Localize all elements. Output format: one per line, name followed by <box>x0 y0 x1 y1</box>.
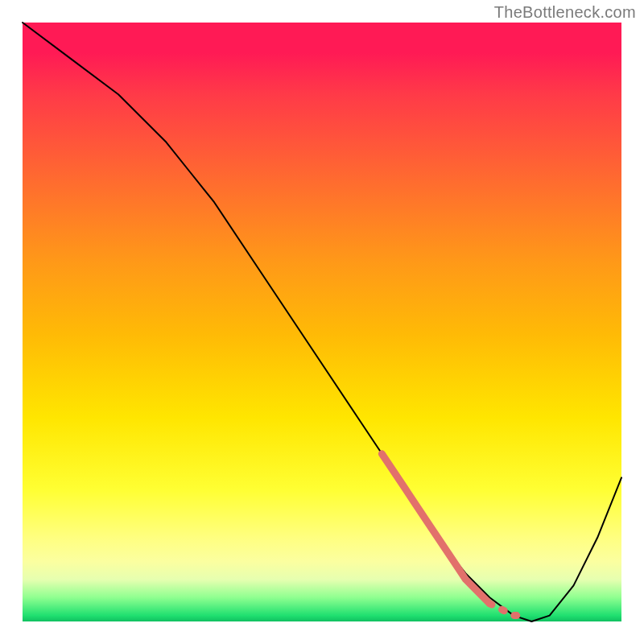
chart-container: TheBottleneck.com <box>0 0 644 644</box>
chart-svg <box>23 23 621 621</box>
attribution-label: TheBottleneck.com <box>494 3 636 22</box>
bottleneck-curve-path <box>23 23 621 621</box>
highlight-segment-dashed <box>489 604 526 616</box>
plot-area <box>23 23 621 621</box>
